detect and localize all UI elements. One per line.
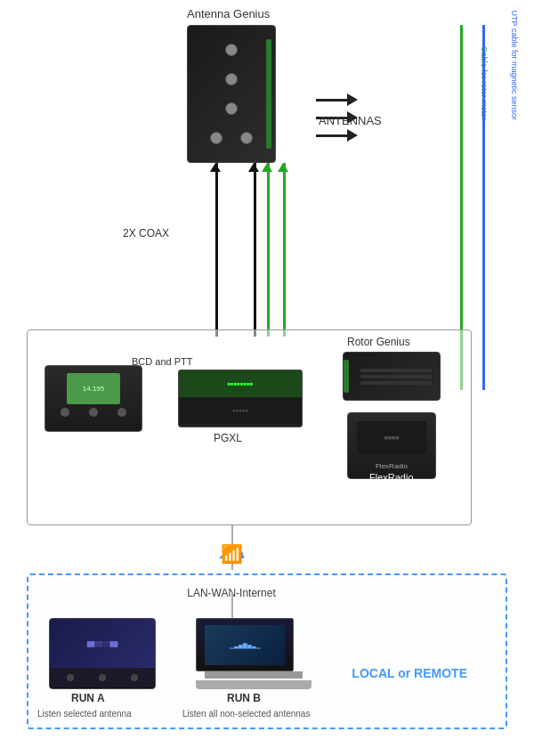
run-b-keyboard	[205, 671, 303, 679]
arrow-up-black-right	[248, 163, 259, 172]
rotor-line-2	[360, 375, 432, 378]
pgxl-screen-text: ■■■■■■■■	[228, 381, 254, 386]
flexradio-screen-text: ■■■■	[384, 435, 400, 441]
port-row-bottom	[210, 132, 253, 144]
coax-line-right	[254, 163, 256, 337]
knob-2	[89, 408, 98, 417]
run-a-device: ▓▓▒▒░░▓▓	[49, 618, 156, 689]
run-b-base	[196, 680, 312, 689]
run-b-label: RUN B	[227, 692, 261, 704]
radio-knobs	[45, 404, 142, 420]
coax-line-left	[215, 163, 218, 337]
wifi-waves: 📶	[221, 543, 243, 565]
flexradio-label: FlexRadio	[369, 472, 414, 483]
port-4	[210, 132, 222, 144]
knob-3	[117, 408, 126, 417]
green-cable-line-2	[283, 163, 286, 337]
cable-utp-label: UTP cable for magnetic sensor	[510, 11, 519, 120]
knob-1	[61, 408, 69, 417]
radio-screen: 14.195	[67, 373, 120, 404]
local-remote-label: LOCAL or REMOTE	[352, 666, 467, 680]
pgxl-screen: ■■■■■■■■	[179, 370, 302, 397]
rotor-green-strip	[344, 360, 349, 393]
utp-cable-line	[482, 25, 485, 390]
arrow-up-black-left	[210, 163, 221, 172]
run-b-spectrum: ▁▃▅▇▅▃▁	[230, 642, 261, 648]
green-strip	[266, 39, 271, 148]
port-3	[225, 102, 238, 115]
antenna-genius-label: Antenna Genius	[187, 7, 270, 20]
run-b-content: ▁▃▅▇▅▃▁	[205, 625, 285, 665]
icom-radio: 14.195	[44, 365, 142, 432]
pgxl-controls: ●●●●●	[232, 408, 248, 413]
antenna-genius-device	[187, 25, 276, 163]
pgxl-device: ■■■■■■■■ ●●●●●	[178, 370, 303, 427]
rotor-internals	[352, 369, 440, 385]
port-5	[240, 132, 253, 144]
antennas-label: ANTENNAS	[319, 114, 382, 127]
flexradio-screen: ■■■■	[357, 421, 426, 454]
pgxl-bottom: ●●●●●	[179, 397, 302, 424]
pgxl-label: PGXL	[214, 432, 242, 444]
run-a-display: ▓▓▒▒░░▓▓	[87, 641, 118, 646]
run-a-sublabel: Listen selected antenna	[37, 709, 132, 719]
green-cable-line-1	[267, 163, 270, 337]
radio-freq: 14.195	[83, 385, 104, 393]
rotor-genius-device	[343, 352, 441, 401]
port-1	[225, 44, 238, 56]
run-a-controls	[50, 668, 155, 687]
run-a-knob-3	[131, 674, 138, 681]
run-a-knob-1	[67, 674, 74, 681]
rotor-genius-label: Rotor Genius	[347, 336, 410, 348]
rotor-line-1	[360, 369, 432, 372]
run-b-display: ▁▃▅▇▅▃▁	[205, 625, 285, 665]
system-diagram: Antenna Genius ANTENNAS Cable for rotor …	[0, 0, 534, 756]
flexradio-device: ■■■■ FlexRadio	[347, 412, 436, 479]
arrow-up-green-2	[278, 163, 288, 172]
run-b-screen: ▁▃▅▇▅▃▁	[196, 618, 294, 671]
coax-label: 2X COAX	[123, 227, 169, 240]
flexradio-brand-text: FlexRadio	[376, 462, 408, 470]
rotor-line-3	[360, 381, 432, 385]
run-a-screen: ▓▓▒▒░░▓▓	[50, 619, 155, 668]
port-2	[225, 73, 238, 85]
run-b-sublabel: Listen all non-selected antennas	[182, 709, 310, 719]
run-b-device: ▁▃▅▇▅▃▁	[196, 618, 312, 689]
run-a-label: RUN A	[71, 692, 105, 704]
run-a-knob-2	[99, 674, 106, 681]
arrow-up-green-1	[262, 163, 272, 172]
